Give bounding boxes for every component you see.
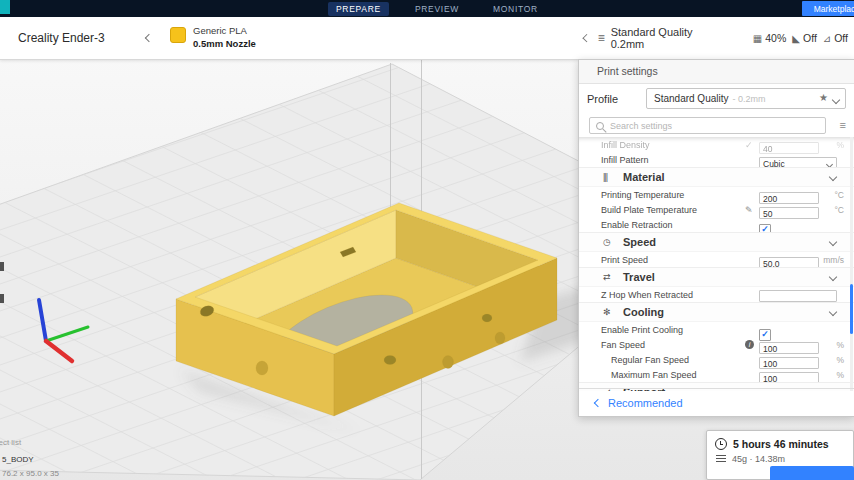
setting-label: Enable Print Cooling bbox=[601, 325, 683, 335]
setting-unit: °C bbox=[834, 190, 844, 200]
profile-suffix: - 0.2mm bbox=[733, 94, 766, 104]
pencil-icon: ✎ bbox=[745, 205, 753, 215]
section-label: Material bbox=[623, 171, 665, 183]
setting-unit: % bbox=[836, 340, 844, 350]
setting-label: Regular Fan Speed bbox=[611, 355, 689, 365]
chevron-down-icon bbox=[832, 96, 840, 104]
setting-unit: mm/s bbox=[823, 255, 844, 265]
info-icon: i bbox=[745, 340, 754, 349]
model-dimensions: 76.2 x 95.0 x 35 bbox=[2, 469, 59, 478]
configuration-toolbar: Creality Ender-3 Generic PLA 0.5mm Nozzl… bbox=[0, 17, 854, 60]
profile-dropdown[interactable]: Standard Quality - 0.2mm ★ bbox=[646, 88, 846, 109]
setting-row: Fan Speed i 100 % bbox=[579, 337, 854, 352]
tab-prepare[interactable]: PREPARE bbox=[328, 2, 389, 16]
setting-row: Build Plate Temperature ✎ 50 °C bbox=[579, 202, 854, 217]
setting-unit: % bbox=[836, 355, 844, 365]
clock-icon bbox=[715, 438, 727, 450]
cooling-icon: ✻ bbox=[603, 306, 615, 318]
value-input[interactable] bbox=[759, 290, 837, 302]
print-time: 5 hours 46 minutes bbox=[733, 438, 829, 450]
chevron-down-icon bbox=[829, 238, 837, 246]
setting-label: Z Hop When Retracted bbox=[601, 290, 693, 300]
material-icon: ||| bbox=[603, 171, 615, 183]
setting-row: Regular Fan Speed 100 % bbox=[579, 352, 854, 367]
setting-row: Printing Temperature 200 °C bbox=[579, 187, 854, 202]
setting-unit: % bbox=[836, 370, 844, 380]
speed-icon: ◷ bbox=[603, 236, 615, 248]
settings-section-header[interactable]: ||| Material bbox=[579, 167, 854, 187]
chevron-down-icon bbox=[829, 273, 837, 281]
setting-unit: °C bbox=[834, 205, 844, 215]
adhesion-icon: ◣ bbox=[792, 33, 800, 44]
tab-monitor[interactable]: MONITOR bbox=[485, 2, 546, 16]
setting-row: Infill Density ✓ 40 % bbox=[579, 137, 854, 152]
marketplace-button[interactable]: Marketplace bbox=[802, 1, 854, 16]
material-usage: 45g · 14.38m bbox=[732, 454, 785, 464]
printer-selector[interactable]: Creality Ender-3 bbox=[18, 17, 105, 59]
profile-value: Standard Quality bbox=[654, 93, 729, 104]
setting-row: Enable Print Cooling ✓ bbox=[579, 322, 854, 337]
tab-preview[interactable]: PREVIEW bbox=[407, 2, 467, 16]
setting-row: Z Hop When Retracted bbox=[579, 287, 854, 302]
chevron-left-icon bbox=[594, 398, 602, 406]
collapse-panel-icon[interactable] bbox=[583, 34, 591, 42]
corner-marker bbox=[0, 0, 10, 14]
recommended-toggle[interactable]: Recommended bbox=[579, 388, 854, 416]
setting-label: Print Speed bbox=[601, 255, 648, 265]
settings-menu-icon[interactable]: ≡ bbox=[840, 118, 846, 132]
chevron-down-icon bbox=[829, 308, 837, 316]
setting-row: Maximum Fan Speed 100 % bbox=[579, 367, 854, 382]
setting-label: Printing Temperature bbox=[601, 190, 684, 200]
print-settings-panel: Print settings Profile Standard Quality … bbox=[578, 59, 854, 417]
section-label: Travel bbox=[623, 271, 655, 283]
section-label: Cooling bbox=[623, 306, 664, 318]
material-color-icon bbox=[170, 27, 186, 43]
search-icon bbox=[596, 122, 604, 130]
top-bar: PREPARE PREVIEW MONITOR Marketplace bbox=[0, 0, 854, 17]
settings-section-header[interactable]: ◷ Speed bbox=[579, 232, 854, 252]
scrollbar-track[interactable] bbox=[850, 137, 853, 391]
settings-section-header[interactable]: ✻ Cooling bbox=[579, 302, 854, 322]
nozzle-size: 0.5mm Nozzle bbox=[193, 37, 256, 50]
summary-profile: Standard Quality 0.2mm bbox=[611, 26, 721, 50]
setting-row: Print Speed 50.0 mm/s bbox=[579, 252, 854, 267]
preview-button[interactable] bbox=[770, 466, 854, 480]
sliders-icon: ≡ bbox=[598, 31, 605, 45]
star-icon[interactable]: ★ bbox=[819, 92, 828, 103]
summary-infill: 40% bbox=[765, 32, 786, 44]
setting-row: Infill Pattern Cubic bbox=[579, 152, 854, 167]
setting-row: Enable Retraction ✓ bbox=[579, 217, 854, 232]
material-name: Generic PLA bbox=[193, 24, 256, 37]
stage-tabs: PREPARE PREVIEW MONITOR bbox=[328, 0, 546, 17]
panel-title: Print settings bbox=[579, 60, 854, 84]
edge-marker bbox=[0, 262, 4, 271]
edge-marker bbox=[0, 294, 4, 303]
profile-label: Profile bbox=[587, 93, 618, 105]
settings-list: Infill Density ✓ 40 % Infill Pattern Cub… bbox=[579, 137, 854, 391]
material-spool-icon bbox=[716, 455, 726, 463]
check-icon: ✓ bbox=[745, 140, 753, 150]
setting-label: Maximum Fan Speed bbox=[611, 370, 697, 380]
chevron-left-icon[interactable] bbox=[145, 34, 153, 42]
print-settings-summary[interactable]: ≡ Standard Quality 0.2mm ▦ 40% ◣ Off ⊿ O… bbox=[578, 17, 854, 59]
travel-icon: ⇄ bbox=[603, 271, 615, 283]
summary-adhesion: Off bbox=[834, 32, 848, 44]
model-name: 5_BODY bbox=[2, 455, 34, 464]
search-input[interactable] bbox=[608, 119, 823, 132]
setting-unit: % bbox=[836, 140, 844, 150]
search-box[interactable] bbox=[589, 117, 826, 134]
setting-label: Infill Pattern bbox=[601, 155, 649, 165]
section-label: Speed bbox=[623, 236, 656, 248]
support-icon: ⊿ bbox=[823, 33, 831, 44]
setting-label: Fan Speed bbox=[601, 340, 645, 350]
object-list-title[interactable]: Object list bbox=[0, 438, 21, 447]
settings-section-header[interactable]: ⇄ Travel bbox=[579, 267, 854, 287]
scrollbar-thumb[interactable] bbox=[850, 284, 853, 334]
setting-label: Enable Retraction bbox=[601, 220, 673, 230]
infill-icon: ▦ bbox=[753, 33, 762, 44]
material-selector[interactable]: Generic PLA 0.5mm Nozzle bbox=[170, 24, 256, 50]
recommended-label: Recommended bbox=[608, 397, 683, 409]
summary-support: Off bbox=[803, 32, 817, 44]
setting-label: Infill Density bbox=[601, 140, 650, 150]
chevron-down-icon bbox=[829, 173, 837, 181]
